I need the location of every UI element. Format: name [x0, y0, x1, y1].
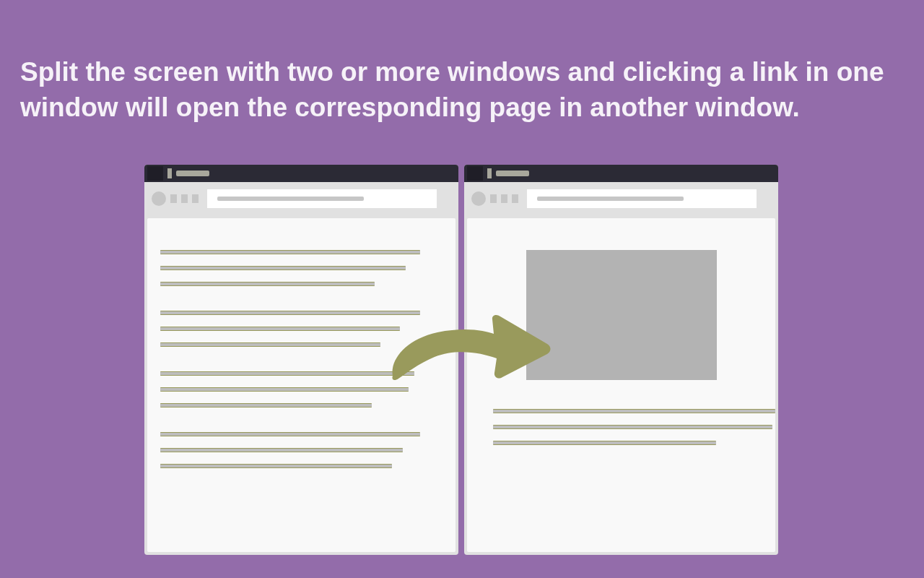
tab-title-placeholder — [176, 171, 209, 176]
profile-avatar-icon — [152, 191, 166, 206]
browser-window-right — [464, 165, 778, 555]
image-placeholder — [526, 250, 717, 380]
text-line — [493, 441, 716, 445]
toolbar — [464, 182, 778, 215]
nav-button — [192, 194, 199, 203]
link-line[interactable] — [160, 464, 392, 468]
tab-indicator — [487, 168, 492, 178]
text-line — [493, 409, 775, 413]
link-line[interactable] — [160, 327, 400, 331]
nav-button — [170, 194, 177, 203]
url-placeholder — [537, 197, 684, 201]
page-content-left — [147, 218, 456, 552]
link-line[interactable] — [160, 387, 409, 392]
link-line[interactable] — [160, 448, 403, 452]
link-line[interactable] — [160, 266, 406, 270]
nav-button — [501, 194, 507, 203]
link-line[interactable] — [160, 371, 414, 376]
nav-button — [490, 194, 497, 203]
browser-window-left — [144, 165, 458, 555]
app-menu-icon — [467, 166, 483, 181]
nav-button — [512, 194, 518, 203]
nav-button — [181, 194, 188, 203]
address-bar — [207, 189, 437, 208]
link-line[interactable] — [160, 403, 372, 407]
toolbar — [144, 182, 458, 215]
windows-container — [144, 165, 778, 555]
link-line[interactable] — [160, 342, 380, 347]
url-placeholder — [217, 197, 364, 201]
link-line[interactable] — [160, 250, 420, 254]
page-content-right — [467, 218, 775, 552]
link-line[interactable] — [160, 432, 420, 436]
tab-indicator — [167, 168, 172, 178]
profile-avatar-icon — [471, 191, 486, 206]
link-line[interactable] — [160, 282, 375, 286]
titlebar — [144, 165, 458, 182]
app-menu-icon — [147, 166, 163, 181]
text-line — [493, 425, 772, 429]
address-bar — [527, 189, 757, 208]
tab-title-placeholder — [496, 171, 529, 176]
link-line[interactable] — [160, 311, 420, 315]
headline: Split the screen with two or more window… — [20, 55, 904, 126]
titlebar — [464, 165, 778, 182]
